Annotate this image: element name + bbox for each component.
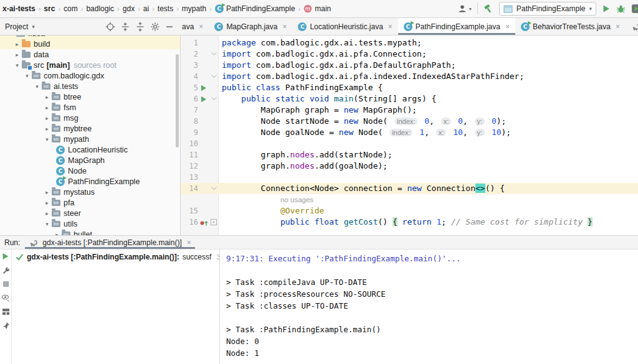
code-line-5[interactable]: 5public class PathFindingExample { — [181, 82, 638, 93]
tree-item-btree[interactable]: ▸btree — [0, 91, 180, 102]
debug-icon[interactable] — [616, 4, 626, 14]
fold-chevron-icon[interactable] — [209, 183, 218, 194]
chevron-right-icon[interactable]: ▸ — [42, 210, 52, 217]
code-line-10[interactable]: 10 — [181, 138, 638, 149]
wrench-icon[interactable] — [2, 266, 10, 274]
close-icon[interactable]: × — [505, 23, 510, 30]
tree-item-data[interactable]: ▸data — [0, 49, 180, 60]
chevron-down-icon[interactable]: ▾ — [22, 73, 32, 79]
run-icon[interactable] — [602, 4, 611, 13]
tree-item-LocationHeuristic[interactable]: CLocationHeuristic — [0, 144, 180, 155]
chevron-right-icon[interactable]: ▸ — [42, 189, 52, 195]
editor-tab[interactable]: build.gradle (gd — [626, 18, 638, 35]
editor-tab[interactable]: CPathFindingExample.java× — [398, 18, 515, 35]
tree-item-mypath[interactable]: ▾mypath — [0, 134, 180, 144]
expand-all-icon[interactable] — [120, 22, 130, 32]
tree-item-PathFindingExample[interactable]: CPathFindingExample — [0, 176, 180, 187]
fold-chevron-icon[interactable] — [209, 93, 218, 105]
tree-item-com.badlogic.gdx[interactable]: ▾com.badlogic.gdx — [0, 70, 180, 81]
chevron-down-icon[interactable]: ▾ — [42, 221, 52, 227]
breadcrumb-item[interactable]: CPathFindingExample — [214, 4, 297, 14]
tree-item-build[interactable]: ▸build — [0, 39, 180, 49]
run-line-gutter[interactable] — [198, 82, 209, 93]
code-line-16[interactable]: 16 public float getCost() { return 1; //… — [181, 217, 638, 228]
chevron-down-icon[interactable]: ▾ — [32, 83, 42, 90]
tree-item-Node[interactable]: CNode — [0, 166, 180, 176]
code-line-4[interactable]: 4import com.badlogic.gdx.ai.pfa.indexed.… — [181, 71, 638, 82]
chevron-right-icon[interactable]: ▸ — [12, 41, 22, 47]
breadcrumb-item[interactable]: mmain — [302, 4, 332, 14]
chevron-down-icon[interactable]: ▾ — [469, 6, 472, 12]
fold-chevron-icon[interactable] — [209, 71, 218, 82]
code-line-7[interactable]: 7 MapGraph graph = new MapGraph(); — [181, 105, 638, 116]
tree-item-utils[interactable]: ▾utils — [0, 218, 180, 229]
gutter-icon-cell[interactable] — [198, 217, 209, 228]
gradle-run-result-row[interactable]: gdx-ai-tests [:PathFindingExample.main()… — [16, 253, 217, 261]
fold-chevron-icon[interactable] — [209, 49, 218, 60]
tree-item-pfa[interactable]: ▸pfa — [0, 197, 180, 208]
chevron-down-icon[interactable]: ▾ — [12, 62, 22, 68]
run-line-gutter[interactable] — [198, 93, 209, 105]
breadcrumb-item[interactable]: mypath — [181, 4, 207, 14]
chevron-down-icon[interactable]: ▾ — [42, 136, 52, 142]
breadcrumb-item[interactable]: ai — [142, 4, 150, 14]
code-editor[interactable]: 1package com.badlogic.gdx.ai.tests.mypat… — [181, 35, 638, 235]
tree-item-steer[interactable]: ▸steer — [0, 208, 180, 218]
chevron-right-icon[interactable]: ▸ — [42, 115, 52, 121]
code-line-1[interactable]: 1package com.badlogic.gdx.ai.tests.mypat… — [181, 37, 638, 49]
code-line-13[interactable]: 13 — [181, 172, 638, 183]
chevron-right-icon[interactable]: ▸ — [12, 52, 22, 58]
code-line-15[interactable]: 15 @Override — [181, 205, 638, 217]
editor-tab[interactable]: CLocationHeuristic.java× — [292, 18, 398, 35]
play-icon[interactable] — [2, 253, 9, 260]
hammer-icon[interactable] — [483, 4, 493, 14]
chevron-right-icon[interactable]: ▸ — [42, 126, 52, 132]
pin-icon[interactable] — [2, 322, 10, 330]
tree-item-msg[interactable]: ▸msg — [0, 113, 180, 123]
code-line-14[interactable]: 14 Connection<Node> connection = new Con… — [181, 183, 638, 194]
breadcrumb-item[interactable]: badlogic — [85, 4, 115, 14]
chevron-right-icon[interactable]: ▸ — [52, 231, 62, 236]
close-icon[interactable]: × — [388, 23, 393, 30]
tree-item-src[interactable]: ▾src[main]sources root — [0, 60, 180, 70]
hide-icon[interactable] — [165, 22, 174, 31]
editor-tab[interactable]: CMapGraph.java× — [209, 18, 292, 35]
code-line-3[interactable]: 3import com.badlogic.gdx.ai.pfa.DefaultG… — [181, 60, 638, 71]
tree-scrollbar[interactable] — [176, 54, 179, 147]
tree-item-fsm[interactable]: ▸fsm — [0, 102, 180, 113]
editor-tab[interactable]: CBehaviorTreeTests.java× — [515, 18, 626, 35]
code-line-6[interactable]: 6 public static void main(String[] args)… — [181, 93, 638, 105]
breadcrumb-item[interactable]: com — [62, 4, 79, 14]
run-console-output[interactable]: 9:17:31: Executing ':PathFindingExample.… — [220, 250, 638, 364]
eye-icon[interactable] — [1, 294, 10, 302]
stop-icon[interactable] — [2, 281, 9, 287]
gradle-task-tree[interactable]: gdx-ai-tests [:PathFindingExample.main()… — [12, 250, 220, 364]
locate-icon[interactable] — [105, 22, 115, 32]
chevron-right-icon[interactable]: ▸ — [42, 94, 52, 100]
breadcrumb-item[interactable]: gdx — [121, 4, 136, 14]
project-panel-title[interactable]: Project ▾ — [5, 22, 35, 31]
fold-plusbox-icon[interactable] — [209, 217, 218, 228]
close-icon[interactable]: × — [616, 23, 620, 30]
close-icon[interactable]: × — [187, 238, 191, 247]
user-icon[interactable] — [457, 4, 467, 14]
tree-item-mybtree[interactable]: ▸mybtree — [0, 123, 180, 134]
breadcrumb-item[interactable]: x-ai-tests — [1, 4, 37, 14]
code-line-12[interactable]: 12 graph.nodes.add(goalNode); — [181, 161, 638, 172]
code-line-8[interactable]: 8 Node startNode = new Node( index: 0, x… — [181, 116, 638, 127]
breadcrumb-item[interactable]: src — [42, 4, 56, 14]
chevron-right-icon[interactable]: ▸ — [42, 105, 52, 111]
run-configuration-select[interactable]: PathFindingExample▾ — [499, 2, 596, 16]
breadcrumb-item[interactable]: tests — [156, 4, 174, 14]
editor-tab[interactable]: ava× — [176, 18, 209, 35]
run-tab[interactable]: gdx-ai-tests [:PathFindingExample.main()… — [25, 236, 194, 249]
tree-item-bullet[interactable]: ▸bullet — [0, 229, 180, 235]
tree-item-mystatus[interactable]: ▸mystatus — [0, 187, 180, 197]
close-icon[interactable]: × — [199, 23, 203, 30]
settings-icon[interactable] — [150, 22, 160, 32]
code-line-9[interactable]: 9 Node goalNode = new Node( index: 1, x:… — [181, 127, 638, 138]
tree-item-MapGraph[interactable]: CMapGraph — [0, 155, 180, 166]
profiler-icon[interactable] — [631, 4, 638, 14]
layout-icon[interactable] — [2, 308, 10, 315]
tree-item-ai.tests[interactable]: ▾ai.tests — [0, 81, 180, 91]
